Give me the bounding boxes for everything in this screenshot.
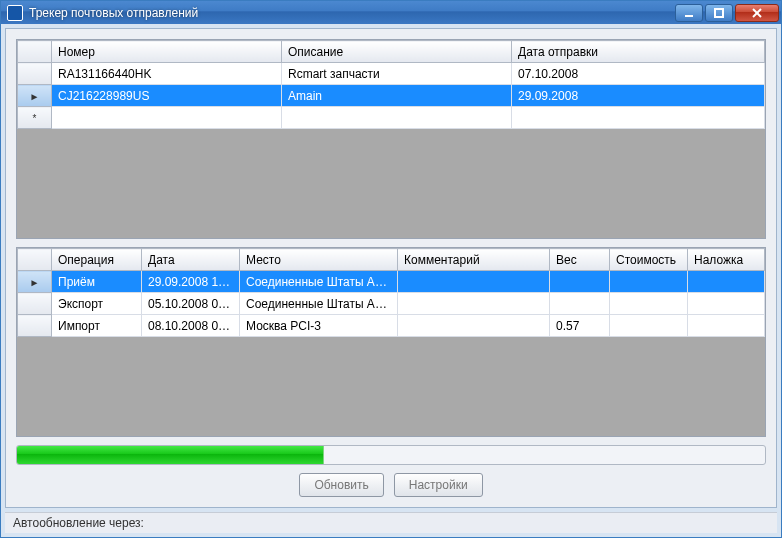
status-text: Автообновление через: bbox=[13, 516, 144, 530]
refresh-button[interactable]: Обновить bbox=[299, 473, 383, 497]
row-header: ► bbox=[18, 271, 52, 293]
cell-desc[interactable]: Rcmart запчасти bbox=[282, 63, 512, 85]
col-header-desc[interactable]: Описание bbox=[282, 41, 512, 63]
button-row: Обновить Настройки bbox=[16, 473, 766, 497]
cell-place[interactable]: Соединенные Штаты Амер... bbox=[240, 271, 398, 293]
progress-fill bbox=[17, 446, 324, 464]
app-icon bbox=[7, 5, 23, 21]
cell-desc[interactable] bbox=[282, 107, 512, 129]
col-header-date[interactable]: Дата bbox=[142, 249, 240, 271]
cell-comment[interactable] bbox=[398, 315, 550, 337]
table-row[interactable]: Экспорт05.10.2008 07:12Соединенные Штаты… bbox=[18, 293, 765, 315]
col-header-sent[interactable]: Дата отправки bbox=[512, 41, 765, 63]
cell-weight[interactable] bbox=[550, 271, 610, 293]
shipments-grid[interactable]: Номер Описание Дата отправки RA131166440… bbox=[16, 39, 766, 239]
window-controls bbox=[675, 4, 779, 22]
row-header-corner bbox=[18, 249, 52, 271]
row-header bbox=[18, 293, 52, 315]
col-header-weight[interactable]: Вес bbox=[550, 249, 610, 271]
row-header bbox=[18, 315, 52, 337]
client-area: Номер Описание Дата отправки RA131166440… bbox=[5, 28, 777, 508]
cell-date[interactable]: 05.10.2008 07:12 bbox=[142, 293, 240, 315]
cell-cost[interactable] bbox=[610, 293, 688, 315]
cell-op[interactable]: Приём bbox=[52, 271, 142, 293]
cell-sent[interactable] bbox=[512, 107, 765, 129]
cell-weight[interactable] bbox=[550, 293, 610, 315]
cell-cod[interactable] bbox=[688, 315, 765, 337]
cell-sent[interactable]: 29.09.2008 bbox=[512, 85, 765, 107]
cell-number[interactable]: RA131166440HK bbox=[52, 63, 282, 85]
cell-number[interactable] bbox=[52, 107, 282, 129]
events-grid[interactable]: Операция Дата Место Комментарий Вес Стои… bbox=[16, 247, 766, 437]
col-header-place[interactable]: Место bbox=[240, 249, 398, 271]
col-header-number[interactable]: Номер bbox=[52, 41, 282, 63]
app-window: Трекер почтовых отправлений bbox=[0, 0, 782, 538]
cell-place[interactable]: Соединенные Штаты Амер... bbox=[240, 293, 398, 315]
cell-date[interactable]: 29.09.2008 18:25 bbox=[142, 271, 240, 293]
settings-button[interactable]: Настройки bbox=[394, 473, 483, 497]
cell-op[interactable]: Экспорт bbox=[52, 293, 142, 315]
row-header-corner bbox=[18, 41, 52, 63]
col-header-comment[interactable]: Комментарий bbox=[398, 249, 550, 271]
cell-cost[interactable] bbox=[610, 315, 688, 337]
svg-rect-1 bbox=[715, 9, 723, 17]
row-header bbox=[18, 63, 52, 85]
cell-cost[interactable] bbox=[610, 271, 688, 293]
table-row[interactable]: Импорт08.10.2008 05:05Москва PCI-30.57 bbox=[18, 315, 765, 337]
cell-number[interactable]: CJ216228989US bbox=[52, 85, 282, 107]
close-button[interactable] bbox=[735, 4, 779, 22]
row-header: ► bbox=[18, 85, 52, 107]
table-row[interactable]: * bbox=[18, 107, 765, 129]
progress-bar bbox=[16, 445, 766, 465]
status-bar: Автообновление через: bbox=[5, 512, 777, 533]
window-title: Трекер почтовых отправлений bbox=[29, 6, 675, 20]
cell-comment[interactable] bbox=[398, 271, 550, 293]
cell-cod[interactable] bbox=[688, 271, 765, 293]
table-row[interactable]: ►CJ216228989USAmain29.09.2008 bbox=[18, 85, 765, 107]
cell-date[interactable]: 08.10.2008 05:05 bbox=[142, 315, 240, 337]
cell-place[interactable]: Москва PCI-3 bbox=[240, 315, 398, 337]
col-header-cost[interactable]: Стоимость bbox=[610, 249, 688, 271]
col-header-op[interactable]: Операция bbox=[52, 249, 142, 271]
table-row[interactable]: ►Приём29.09.2008 18:25Соединенные Штаты … bbox=[18, 271, 765, 293]
col-header-cod[interactable]: Наложка bbox=[688, 249, 765, 271]
table-row[interactable]: RA131166440HKRcmart запчасти07.10.2008 bbox=[18, 63, 765, 85]
minimize-button[interactable] bbox=[675, 4, 703, 22]
maximize-button[interactable] bbox=[705, 4, 733, 22]
cell-weight[interactable]: 0.57 bbox=[550, 315, 610, 337]
cell-sent[interactable]: 07.10.2008 bbox=[512, 63, 765, 85]
cell-desc[interactable]: Amain bbox=[282, 85, 512, 107]
cell-comment[interactable] bbox=[398, 293, 550, 315]
row-header: * bbox=[18, 107, 52, 129]
cell-cod[interactable] bbox=[688, 293, 765, 315]
cell-op[interactable]: Импорт bbox=[52, 315, 142, 337]
titlebar[interactable]: Трекер почтовых отправлений bbox=[1, 1, 781, 24]
